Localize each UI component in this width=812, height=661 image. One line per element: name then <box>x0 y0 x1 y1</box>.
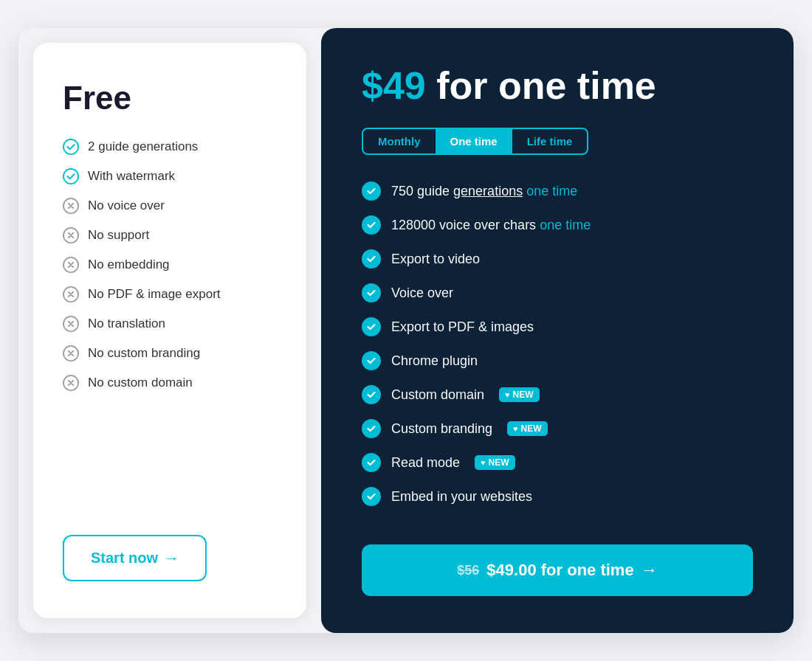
paid-feature-item: Embed in your websites <box>362 487 753 506</box>
paid-plan-title: $49 for one time <box>362 65 753 107</box>
free-feature-text: No custom branding <box>88 346 200 361</box>
new-badge: ♥ NEW <box>475 455 515 470</box>
paid-price-highlight: $49 <box>362 64 426 107</box>
paid-title-rest: for one time <box>426 64 656 107</box>
paid-feature-text: Export to PDF & images <box>391 319 534 335</box>
free-feature-item: 2 guide generations <box>63 139 277 155</box>
paid-feature-text: Custom domain <box>391 387 484 403</box>
free-feature-text: No embedding <box>88 257 170 272</box>
paid-feature-text: 128000 voice over chars one time <box>391 218 591 233</box>
free-feature-item: With watermark <box>63 168 277 184</box>
billing-tab-one-time[interactable]: One time <box>436 129 512 153</box>
free-feature-item: No support <box>63 227 277 243</box>
paid-cta-button[interactable]: $56 $49.00 for one time → <box>362 544 753 596</box>
free-feature-item: No voice over <box>63 198 277 214</box>
paid-feature-item: Export to video <box>362 249 753 269</box>
new-badge: ♥ NEW <box>499 387 540 402</box>
paid-cta-price: $49.00 for one time <box>486 561 633 580</box>
free-feature-item: No embedding <box>63 257 277 273</box>
billing-tab-group: MonthlyOne timeLife time <box>362 128 588 155</box>
paid-check-icon <box>362 487 381 506</box>
cross-icon <box>63 198 79 214</box>
pricing-container: Free 2 guide generations With watermark … <box>18 28 794 633</box>
check-icon <box>63 168 79 184</box>
paid-feature-text: 750 guide generations one time <box>391 184 577 199</box>
paid-feature-item: Voice over <box>362 283 753 302</box>
start-now-label: Start now <box>91 550 158 567</box>
free-feature-item: No PDF & image export <box>63 286 277 302</box>
check-icon <box>63 139 79 155</box>
paid-plan: $49 for one time MonthlyOne timeLife tim… <box>321 28 794 633</box>
paid-check-icon <box>362 181 381 201</box>
new-badge: ♥ NEW <box>507 421 548 436</box>
paid-feature-text: Read mode <box>391 455 460 471</box>
paid-check-icon <box>362 351 381 370</box>
paid-feature-text: Chrome plugin <box>391 353 478 369</box>
free-feature-item: No custom domain <box>63 375 277 391</box>
free-feature-text: No support <box>88 228 149 243</box>
start-now-button[interactable]: Start now → <box>63 535 207 581</box>
svg-point-0 <box>63 139 78 154</box>
free-plan-title: Free <box>63 80 277 117</box>
paid-feature-text: Export to video <box>391 252 480 267</box>
paid-cta-arrow: → <box>641 561 658 580</box>
cross-icon <box>63 227 79 243</box>
paid-feature-item: Chrome plugin <box>362 351 753 370</box>
free-feature-text: With watermark <box>88 169 175 184</box>
paid-feature-text: Embed in your websites <box>391 489 532 505</box>
paid-check-icon <box>362 385 381 404</box>
paid-feature-text: Custom branding <box>391 421 492 437</box>
paid-old-price: $56 <box>457 563 479 578</box>
paid-check-icon <box>362 453 381 472</box>
paid-feature-item: Export to PDF & images <box>362 317 753 336</box>
free-feature-text: No translation <box>88 316 165 331</box>
paid-check-icon <box>362 283 381 302</box>
paid-features-list: 750 guide generations one time 128000 vo… <box>362 181 753 522</box>
paid-check-icon <box>362 419 381 438</box>
start-now-arrow: → <box>164 550 179 567</box>
paid-check-icon <box>362 249 381 269</box>
paid-feature-item: Read mode♥ NEW <box>362 453 753 472</box>
free-features-list: 2 guide generations With watermark No vo… <box>63 139 277 513</box>
billing-tab-life-time[interactable]: Life time <box>512 129 588 153</box>
paid-feature-item: 750 guide generations one time <box>362 181 753 201</box>
free-feature-text: 2 guide generations <box>88 139 198 154</box>
cross-icon <box>63 316 79 332</box>
paid-feature-item: Custom domain♥ NEW <box>362 385 753 404</box>
paid-check-icon <box>362 215 381 235</box>
free-feature-text: No custom domain <box>88 376 193 390</box>
paid-feature-text: Voice over <box>391 285 453 301</box>
svg-point-1 <box>63 169 78 184</box>
paid-check-icon <box>362 317 381 336</box>
cross-icon <box>63 286 79 302</box>
paid-feature-item: 128000 voice over chars one time <box>362 215 753 235</box>
free-plan: Free 2 guide generations With watermark … <box>33 43 306 618</box>
paid-feature-item: Custom branding♥ NEW <box>362 419 753 438</box>
free-feature-text: No voice over <box>88 198 165 213</box>
cross-icon <box>63 257 79 273</box>
free-feature-item: No custom branding <box>63 345 277 361</box>
free-feature-item: No translation <box>63 316 277 332</box>
cross-icon <box>63 345 79 361</box>
billing-tab-monthly[interactable]: Monthly <box>363 129 436 153</box>
free-feature-text: No PDF & image export <box>88 287 221 302</box>
cross-icon <box>63 375 79 391</box>
